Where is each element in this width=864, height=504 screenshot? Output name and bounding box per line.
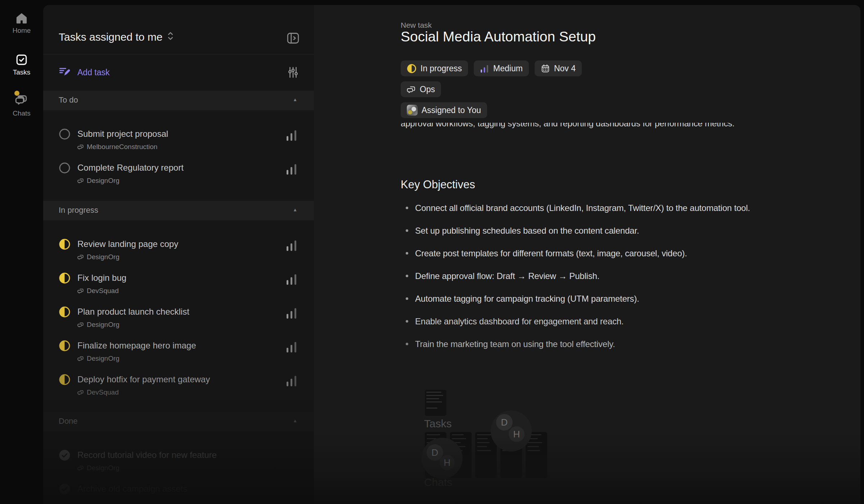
rail-item-label: Tasks <box>0 68 43 76</box>
task-org: DesignOrg <box>77 253 120 261</box>
priority-badge-label: Medium <box>493 64 523 73</box>
org-name: DesignOrg <box>87 464 120 472</box>
org-chat-icon <box>77 254 84 260</box>
badge-row-1: In progress Medium Nov 4 <box>401 60 582 76</box>
due-date-badge[interactable]: Nov 4 <box>535 60 582 76</box>
objectives-list: Connect all official brand accounts (Lin… <box>401 202 766 360</box>
objective-item: Train the marketing team on using the to… <box>401 338 766 350</box>
panel-title[interactable]: Tasks assigned to me <box>59 31 174 43</box>
task-row[interactable]: Record tutorial video for new feature De… <box>43 444 314 477</box>
task-row[interactable]: Submit project proposal MelbourneConstru… <box>43 122 314 156</box>
task-org: DevSquad <box>77 287 119 295</box>
assignee-avatar <box>407 105 418 116</box>
notification-dot <box>14 91 19 96</box>
add-task-row: Add task <box>43 62 314 84</box>
rail-item-chats[interactable]: Chats <box>0 93 43 117</box>
org-name: MelbourneConstruction <box>87 143 157 151</box>
embedded-preview-image: Tasks D H D H Chats <box>314 387 860 504</box>
status-badge-label: In progress <box>420 64 462 73</box>
assignee-badge[interactable]: Assigned to You <box>401 102 487 118</box>
org-name: DevSquad <box>87 287 119 295</box>
avatar-h: H <box>509 426 525 442</box>
status-todo-icon[interactable] <box>59 162 71 174</box>
collapse-triangle-icon: ▲ <box>293 207 297 212</box>
task-title: Archive old campaign assets <box>77 484 187 494</box>
avatar-h: H <box>440 455 455 470</box>
collapse-panel-icon <box>287 32 300 45</box>
task-title: Plan product launch checklist <box>77 307 189 317</box>
section-header-done[interactable]: Done ▲ <box>43 412 314 431</box>
task-row[interactable]: Deploy hotfix for payment gateway DevSqu… <box>43 368 314 402</box>
task-row[interactable]: Finalize homepage hero image DesignOrg <box>43 334 314 368</box>
app-window: Tasks assigned to me Add tas <box>43 5 860 504</box>
status-in-progress-icon[interactable] <box>59 238 71 250</box>
tag-chat-icon <box>407 85 416 94</box>
objective-item: Create post templates for different form… <box>401 247 766 260</box>
status-done-icon[interactable] <box>59 483 71 495</box>
task-row[interactable]: Archive old campaign assets <box>43 477 314 504</box>
status-in-progress-icon[interactable] <box>59 340 71 352</box>
section-header-in-progress[interactable]: In progress ▲ <box>43 201 314 220</box>
objective-item: Set up publishing schedules based on the… <box>401 224 766 237</box>
section-label: Done <box>59 417 78 426</box>
divider <box>43 54 314 54</box>
org-name: DesignOrg <box>87 355 120 363</box>
page-title: Social Media Automation Setup <box>401 29 596 45</box>
collapse-panel-button[interactable] <box>287 32 300 45</box>
status-todo-icon[interactable] <box>59 128 71 140</box>
priority-badge[interactable]: Medium <box>474 60 529 76</box>
org-name: DesignOrg <box>87 253 120 261</box>
rail-item-label: Chats <box>0 109 43 117</box>
rail-item-label: Home <box>0 27 43 35</box>
status-in-progress-icon[interactable] <box>59 272 71 284</box>
priority-icon <box>285 374 298 389</box>
tag-badge[interactable]: Ops <box>401 81 441 97</box>
objectives-heading: Key Objectives <box>401 178 475 191</box>
collapse-triangle-icon: ▲ <box>293 97 297 102</box>
preview-screens-row <box>425 432 547 478</box>
nav-rail: Home Tasks Chats <box>0 0 43 504</box>
status-badge[interactable]: In progress <box>401 60 468 76</box>
task-org: DesignOrg <box>77 321 120 329</box>
home-icon <box>0 12 43 24</box>
sort-chevrons-icon <box>167 31 174 43</box>
org-chat-icon <box>77 389 84 396</box>
filter-icon[interactable] <box>287 66 299 80</box>
status-in-progress-icon[interactable] <box>59 306 71 318</box>
task-row[interactable]: Plan product launch checklist DesignOrg <box>43 300 314 334</box>
org-name: DesignOrg <box>87 321 120 329</box>
add-task-button[interactable]: Add task <box>77 68 110 77</box>
org-chat-icon <box>77 355 84 362</box>
status-done-icon[interactable] <box>59 449 71 461</box>
priority-icon <box>285 307 298 321</box>
section-label: To do <box>59 95 78 105</box>
priority-icon <box>285 163 298 177</box>
task-org: DesignOrg <box>77 464 120 472</box>
task-row[interactable]: Fix login bug DevSquad <box>43 266 314 300</box>
task-row[interactable]: Review landing page copy DesignOrg <box>43 233 314 266</box>
task-title: Finalize homepage hero image <box>77 341 196 351</box>
rail-item-tasks[interactable]: Tasks <box>0 53 43 76</box>
priority-medium-icon <box>480 63 489 73</box>
org-chat-icon <box>77 288 84 294</box>
status-in-progress-icon <box>407 64 417 73</box>
assignee-badge-label: Assigned to You <box>422 105 481 115</box>
task-row[interactable]: Complete Regulatory report DesignOrg <box>43 156 314 190</box>
task-org: DesignOrg <box>77 355 120 363</box>
org-name: DevSquad <box>87 388 119 396</box>
org-chat-icon <box>77 465 84 471</box>
panel-title-text: Tasks assigned to me <box>59 31 162 43</box>
objective-item: Automate tagging for campaign tracking (… <box>401 292 766 305</box>
section-header-todo[interactable]: To do ▲ <box>43 91 314 110</box>
preview-tasks-label: Tasks <box>424 418 452 430</box>
task-title: Complete Regulatory report <box>77 163 184 173</box>
task-title: Submit project proposal <box>77 129 168 139</box>
add-task-icon[interactable] <box>59 66 70 79</box>
task-list-panel: Tasks assigned to me Add tas <box>43 5 314 504</box>
section-label: In progress <box>59 206 98 215</box>
task-description: approval workflows, tagging systems, and… <box>401 123 766 149</box>
avatar-d: D <box>427 444 443 461</box>
status-in-progress-icon[interactable] <box>59 374 71 386</box>
objective-item: Enable analytics dashboard for engagemen… <box>401 315 766 328</box>
rail-item-home[interactable]: Home <box>0 12 43 35</box>
